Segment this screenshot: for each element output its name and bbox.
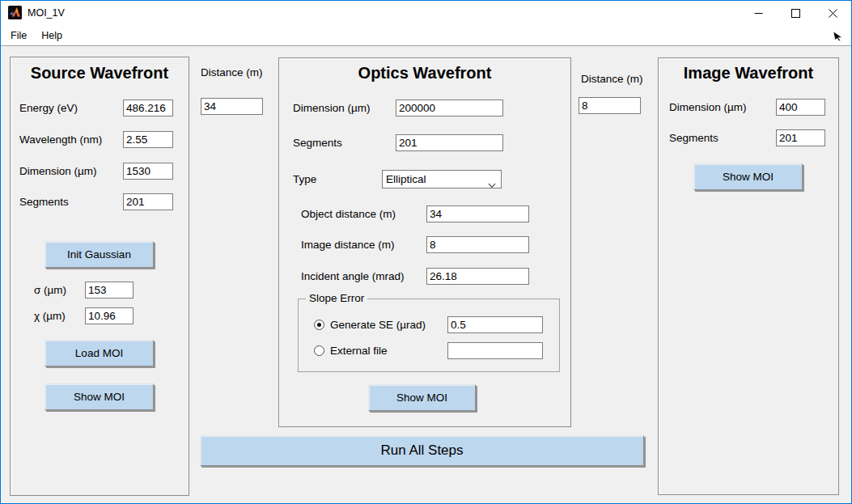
matlab-logo-icon xyxy=(8,6,22,19)
distance2-input[interactable] xyxy=(579,97,641,114)
caption-buttons xyxy=(740,1,851,25)
distance1-label: Distance (m) xyxy=(201,64,263,81)
type-label: Type xyxy=(293,171,316,188)
slope-error-group-title: Slope Error xyxy=(306,292,367,304)
chi-input[interactable] xyxy=(85,307,134,324)
image-segments-label: Segments xyxy=(669,129,718,146)
run-all-steps-button[interactable]: Run All Steps xyxy=(200,435,644,466)
external-file-label: External file xyxy=(330,342,388,359)
incident-angle-label: Incident angle (mrad) xyxy=(301,268,405,285)
image-distance-input[interactable] xyxy=(426,236,529,253)
load-moi-button[interactable]: Load MOI xyxy=(45,340,154,366)
client-area: Source Wavefront Energy (eV) Wavelength … xyxy=(1,46,851,503)
image-dimension-input[interactable] xyxy=(776,99,825,116)
image-distance-label: Image distance (m) xyxy=(301,236,395,253)
menu-file[interactable]: File xyxy=(3,27,34,44)
source-segments-label: Segments xyxy=(19,193,69,210)
optics-dimension-label: Dimension (µm) xyxy=(293,100,371,116)
minimize-icon[interactable] xyxy=(740,1,777,25)
wavelength-input[interactable] xyxy=(123,131,173,148)
distance1-input[interactable] xyxy=(201,98,263,115)
type-dropdown-value: Elliptical xyxy=(386,173,426,185)
source-segments-input[interactable] xyxy=(123,193,173,210)
energy-input[interactable] xyxy=(123,100,173,116)
menu-help[interactable]: Help xyxy=(34,27,70,44)
sigma-label: σ (µm) xyxy=(34,282,66,299)
window-title: MOI_1V xyxy=(28,7,65,19)
optics-dimension-input[interactable] xyxy=(396,100,503,116)
chi-label: χ (µm) xyxy=(34,307,66,324)
close-icon[interactable] xyxy=(814,1,851,25)
optics-show-moi-button[interactable]: Show MOI xyxy=(368,384,476,411)
source-dimension-input[interactable] xyxy=(123,163,173,180)
sigma-input[interactable] xyxy=(85,282,134,299)
distance2-label: Distance (m) xyxy=(581,70,643,87)
incident-angle-input[interactable] xyxy=(426,268,529,285)
generate-se-label: Generate SE (µrad) xyxy=(330,316,426,333)
object-distance-label: Object distance (m) xyxy=(301,205,396,222)
chevron-down-icon xyxy=(488,176,496,193)
source-wavefront-panel: Source Wavefront Energy (eV) Wavelength … xyxy=(10,57,189,496)
generate-se-radio[interactable] xyxy=(314,320,324,330)
title-bar[interactable]: MOI_1V xyxy=(1,1,851,25)
init-gaussian-button[interactable]: Init Gaussian xyxy=(45,241,154,268)
source-show-moi-button[interactable]: Show MOI xyxy=(45,383,154,410)
type-dropdown[interactable]: Elliptical xyxy=(382,170,502,188)
optics-segments-label: Segments xyxy=(293,134,342,151)
source-dimension-label: Dimension (µm) xyxy=(19,163,97,180)
object-distance-input[interactable] xyxy=(426,205,529,222)
image-segments-input[interactable] xyxy=(776,129,825,146)
menu-bar: File Help xyxy=(1,25,851,46)
app-window: MOI_1V File Help Source Wavefront Energy… xyxy=(0,0,852,504)
external-file-radio[interactable] xyxy=(314,345,324,356)
external-file-input[interactable] xyxy=(447,342,543,359)
optics-panel-title: Optics Wavefront xyxy=(279,64,570,83)
maximize-icon[interactable] xyxy=(777,1,814,25)
wavelength-label: Wavelength (nm) xyxy=(19,131,102,148)
image-dimension-label: Dimension (µm) xyxy=(669,99,747,116)
image-show-moi-button[interactable]: Show MOI xyxy=(693,163,803,190)
image-wavefront-panel: Image Wavefront Dimension (µm) Segments … xyxy=(658,57,839,495)
slope-error-group: Slope Error Generate SE (µrad) External … xyxy=(298,299,560,372)
generate-se-input[interactable] xyxy=(447,316,543,333)
image-panel-title: Image Wavefront xyxy=(659,64,838,83)
energy-label: Energy (eV) xyxy=(19,100,78,116)
source-panel-title: Source Wavefront xyxy=(11,64,189,83)
optics-wavefront-panel: Optics Wavefront Dimension (µm) Segments… xyxy=(278,57,571,427)
optics-segments-input[interactable] xyxy=(396,134,503,151)
